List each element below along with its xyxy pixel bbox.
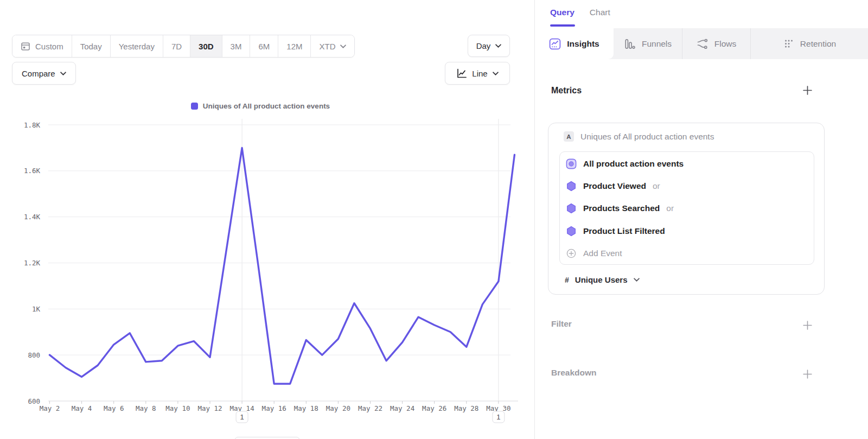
event-hexagon-icon [566, 226, 577, 237]
event-hexagon-icon [566, 203, 577, 214]
tab-chart[interactable]: Chart [590, 8, 610, 17]
funnels-icon [624, 38, 636, 50]
event-row-product-list-filtered[interactable]: Product List Filtered [566, 220, 814, 242]
metric-series-row: A Uniques of All product action events [564, 131, 714, 142]
x-axis-label: May 28 [454, 404, 478, 412]
y-axis-label: 800 [28, 351, 40, 359]
event-row-all-product-action-events[interactable]: All product action events [566, 152, 814, 175]
chevron-down-icon [493, 72, 499, 75]
range-label: Custom [35, 42, 63, 51]
tab-flows[interactable]: Flows [682, 28, 750, 59]
add-breakdown-button[interactable] [802, 369, 813, 380]
x-axis-label: May 2 [40, 404, 60, 412]
mixpanel-insights-report: Custom Today Yesterday 7D 30D 3M 6M 12M … [0, 0, 868, 439]
add-filter-button[interactable] [802, 320, 813, 331]
legend-swatch [191, 103, 198, 110]
event-row-product-viewed[interactable]: Product Viewed or [566, 175, 814, 197]
x-axis-label: May 10 [165, 404, 190, 412]
date-range-control: Custom Today Yesterday 7D 30D 3M 6M 12M … [12, 35, 355, 58]
y-axis-label: 1.8K [24, 121, 41, 129]
y-axis-label: 1.6K [24, 167, 41, 175]
metrics-heading: Metrics [551, 86, 582, 96]
query-panel: Query Chart Insights [534, 0, 868, 439]
retention-icon [783, 39, 794, 49]
y-axis-label: 1K [32, 305, 41, 313]
compare-dropdown[interactable]: Compare [12, 62, 76, 85]
x-axis-label: May 24 [390, 404, 414, 412]
event-row-products-searched[interactable]: Products Searched or [566, 198, 814, 220]
range-30d-button[interactable]: 30D [190, 35, 222, 57]
tab-query[interactable]: Query [550, 8, 575, 17]
add-metric-button[interactable] [802, 85, 813, 96]
chart-legend: Uniques of All product action events [0, 102, 521, 110]
report-area: Custom Today Yesterday 7D 30D 3M 6M 12M … [0, 0, 534, 439]
tab-insights[interactable]: Insights [535, 28, 614, 59]
calendar-icon [21, 41, 30, 51]
range-today-button[interactable]: Today [72, 35, 111, 57]
line-series [50, 148, 515, 384]
event-group-icon [566, 158, 577, 169]
event-hexagon-icon [566, 181, 577, 192]
filter-heading: Filter [551, 319, 572, 329]
flows-icon [697, 38, 709, 50]
measurement-dropdown[interactable]: # Unique Users [565, 275, 640, 284]
chevron-down-icon [634, 278, 640, 282]
chart-type-dropdown[interactable]: Line [445, 62, 510, 85]
annotation-marker[interactable] [236, 411, 248, 423]
x-axis-label: May 18 [294, 404, 318, 412]
chevron-down-icon [340, 44, 346, 48]
tab-funnels[interactable]: Funnels [614, 28, 682, 59]
series-badge: A [564, 131, 574, 142]
series-summary: Uniques of All product action events [580, 132, 714, 142]
chevron-down-icon [495, 44, 501, 48]
x-axis-label: May 12 [197, 404, 222, 412]
range-12m-button[interactable]: 12M [278, 35, 311, 57]
add-circle-icon [566, 248, 577, 259]
x-axis-label: May 8 [136, 404, 156, 412]
x-axis-label: May 20 [326, 404, 350, 412]
y-axis-label: 1.2K [24, 259, 41, 267]
range-7d-button[interactable]: 7D [163, 35, 190, 57]
report-type-tabs: Insights Funnels [535, 28, 868, 59]
y-axis-label: 600 [28, 397, 40, 405]
x-axis-label: May 22 [358, 404, 382, 412]
x-axis-label: May 4 [72, 404, 92, 412]
range-yesterday-button[interactable]: Yesterday [111, 35, 163, 57]
legend-label: Uniques of All product action events [203, 102, 330, 110]
range-6m-button[interactable]: 6M [250, 35, 278, 57]
line-chart-icon [456, 68, 467, 79]
breakdown-heading: Breakdown [551, 368, 597, 378]
x-axis-label: May 6 [104, 404, 124, 412]
insights-icon [549, 38, 561, 50]
panel-header-tabs: Query Chart [550, 8, 610, 17]
metric-card: A Uniques of All product action events A… [548, 123, 825, 295]
add-event-button[interactable]: Add Event [566, 243, 814, 265]
annotation-marker[interactable] [493, 411, 505, 423]
cutoff-popover [234, 437, 300, 439]
events-card: All product action events Product Viewed… [559, 151, 814, 265]
x-axis-label: May 16 [262, 404, 286, 412]
tab-retention[interactable]: Retention [750, 28, 868, 59]
x-axis-label: May 26 [422, 404, 446, 412]
range-xtd-button[interactable]: XTD [311, 35, 354, 57]
granularity-dropdown[interactable]: Day [468, 35, 510, 57]
range-3m-button[interactable]: 3M [222, 35, 251, 57]
active-tab-underline [550, 24, 575, 27]
number-icon: # [565, 276, 569, 284]
y-axis-label: 1.4K [24, 213, 41, 221]
chevron-down-icon [60, 72, 66, 75]
range-custom-button[interactable]: Custom [12, 35, 72, 57]
